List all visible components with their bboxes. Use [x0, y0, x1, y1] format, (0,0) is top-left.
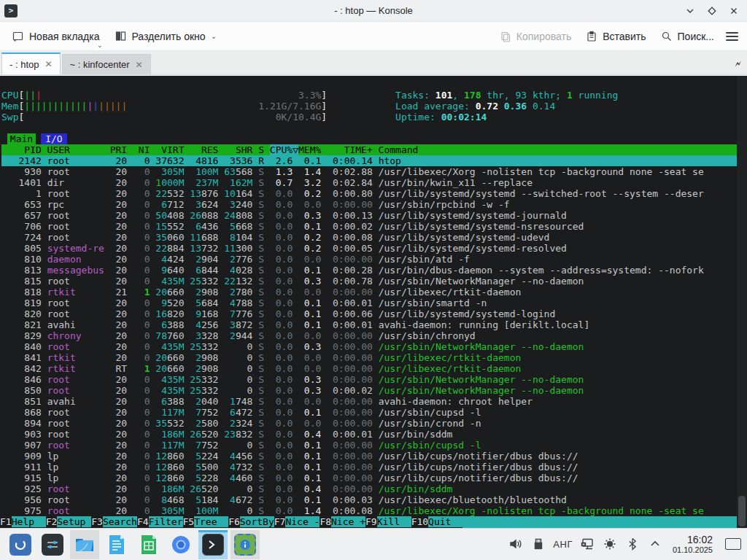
process-row[interactable]: 819 root 20 0 9520 5684 4788 S 0.0 0.1 0…: [1, 298, 737, 308]
htop-column-header[interactable]: PID USER PRI NI VIRT RES SHR S CPU%▽MEM%…: [1, 144, 737, 155]
process-row[interactable]: 2142 root 20 0 37632 4816 3536 R 2.6 0.1…: [1, 155, 737, 166]
process-row[interactable]: 842 rtkit RT 1 20660 2908 0 S 0.0 0.0 0:…: [1, 363, 737, 374]
kinfocenter-icon: [234, 534, 256, 556]
fkey-f10[interactable]: F10Quit: [411, 516, 462, 528]
htop-function-bar: F1Help F2Setup F3SearchF4FilterF5Tree F6…: [0, 516, 737, 528]
window-titlebar[interactable]: > - : htop — Konsole: [0, 0, 747, 22]
search-button[interactable]: Поиск...: [654, 22, 721, 50]
konsole-task-button[interactable]: [198, 530, 228, 559]
new-tab-label: Новая вкладка: [29, 31, 100, 42]
close-icon[interactable]: [728, 5, 740, 17]
blank-line: [1, 122, 737, 133]
window-title: - : htop — Konsole: [0, 5, 747, 16]
show-desktop-button[interactable]: [725, 538, 741, 550]
process-row[interactable]: 850 root 20 0 435M 25332 0 S 0.0 0.3 0:0…: [1, 385, 737, 396]
digital-clock[interactable]: 16:02 01.10.2025: [670, 534, 716, 555]
htop-terminal[interactable]: CPU[||| 3.3%] Tasks: 101, 178 thr, 93 kt…: [0, 76, 747, 528]
chevron-down-icon: ⌄: [97, 42, 103, 49]
fkey-f4[interactable]: F4Filter: [137, 516, 183, 528]
process-row[interactable]: 907 root 20 0 117M 7752 0 S 0.0 0.1 0:00…: [1, 440, 737, 451]
libreoffice-writer-button[interactable]: [102, 530, 131, 559]
libreoffice-calc-button[interactable]: [134, 530, 163, 559]
split-window-label: Разделить окно: [132, 31, 206, 42]
minimize-icon[interactable]: [684, 5, 696, 17]
paste-button[interactable]: Вставить: [578, 22, 653, 50]
copy-button[interactable]: Копировать: [492, 22, 578, 50]
fkey-f6[interactable]: F6SortBy: [228, 516, 274, 528]
htop-meter: Swp[ 0K/10.4G] Uptime: 00:02:14: [1, 112, 737, 122]
process-row[interactable]: 841 rtkit 20 0 20660 2908 0 S 0.0 0.0 0:…: [1, 352, 737, 363]
settings-sliders-icon: [42, 534, 63, 556]
fkey-f9[interactable]: F9Kill: [365, 516, 411, 528]
process-row[interactable]: 911 lp 20 0 12860 5500 4732 S 0.0 0.1 0:…: [1, 462, 737, 472]
process-row[interactable]: 821 avahi 20 0 6388 4256 3872 S 0.0 0.1 …: [1, 319, 737, 330]
volume-icon[interactable]: [508, 536, 524, 552]
network-icon[interactable]: [579, 536, 595, 552]
hamburger-menu-icon[interactable]: [726, 32, 738, 41]
process-row[interactable]: 706 root 20 0 15552 6436 5668 S 0.0 0.1 …: [1, 221, 737, 232]
chromium-icon: [170, 534, 192, 556]
taskbar-panel: АНГ 16:02 01.10.2025: [0, 528, 747, 560]
process-row[interactable]: 1 root 20 0 22532 13876 10164 S 0.0 0.2 …: [1, 188, 737, 199]
split-window-button[interactable]: Разделить окно ⌄: [107, 22, 225, 50]
sort-column-cpu[interactable]: CPU%▽: [270, 144, 298, 155]
process-row[interactable]: 829 chrony 20 0 78760 3328 2944 S 0.0 0.…: [1, 330, 737, 341]
search-label: Поиск...: [678, 31, 714, 42]
process-row[interactable]: 903 root 20 0 186M 26520 23832 S 0.0 0.4…: [1, 429, 737, 440]
process-row[interactable]: 930 root 20 0 305M 100M 63568 S 1.3 1.4 …: [1, 166, 737, 177]
fkey-f2[interactable]: F2Setup: [46, 516, 92, 528]
bluetooth-icon[interactable]: [624, 536, 640, 552]
fkey-f1[interactable]: F1Help: [0, 516, 46, 528]
process-row[interactable]: 724 root 20 0 35060 11688 8104 S 0.0 0.2…: [1, 232, 737, 243]
process-row[interactable]: 657 root 20 0 50408 26088 24808 S 0.0 0.…: [1, 210, 737, 221]
clock-date: 01.10.2025: [673, 545, 713, 555]
removable-device-icon[interactable]: [530, 536, 546, 552]
process-row[interactable]: 805 systemd-re 20 0 22884 13732 11300 S …: [1, 243, 737, 254]
tab-htop[interactable]: - : htop ✕: [1, 52, 61, 74]
process-row[interactable]: 956 root 20 0 8468 5184 4672 S 0.0 0.1 0…: [1, 494, 737, 505]
keyboard-layout-indicator[interactable]: АНГ: [553, 539, 573, 550]
process-row[interactable]: 851 avahi 20 0 6388 2040 1748 S 0.0 0.0 …: [1, 396, 737, 407]
fkey-f3[interactable]: F3Search: [91, 516, 137, 528]
process-row[interactable]: 813 messagebus 20 0 9640 6844 4028 S 0.0…: [1, 265, 737, 276]
bolt-icon[interactable]: 🗲: [735, 58, 741, 70]
process-row[interactable]: 820 root 20 0 16820 9168 7776 S 0.0 0.1 …: [1, 308, 737, 319]
fkey-f8[interactable]: F8Nice +: [320, 516, 365, 528]
fkey-f7[interactable]: F7Nice -: [274, 516, 320, 528]
process-row[interactable]: 818 rtkit 21 1 20660 2908 2780 S 0.0 0.0…: [1, 287, 737, 298]
process-row[interactable]: 840 root 20 0 435M 25332 0 S 0.0 0.3 0:0…: [1, 341, 737, 352]
process-row[interactable]: 868 root 20 0 117M 7752 6472 S 0.0 0.1 0…: [1, 407, 737, 418]
clock-time: 16:02: [673, 534, 713, 545]
process-row[interactable]: 925 root 20 0 186M 26520 0 S 0.0 0.4 0:0…: [1, 483, 737, 494]
process-row[interactable]: 915 lp 20 0 12860 5228 4460 S 0.0 0.1 0:…: [1, 472, 737, 483]
process-row[interactable]: 653 rpc 20 0 6712 3624 3240 S 0.0 0.0 0:…: [1, 199, 737, 210]
process-row[interactable]: 815 root 20 0 435M 25332 22132 S 0.0 0.3…: [1, 276, 737, 287]
terminal-scrollbar[interactable]: [737, 76, 747, 528]
process-row[interactable]: 846 root 20 0 435M 25332 0 S 0.0 0.3 0:0…: [1, 374, 737, 385]
scrollbar-thumb[interactable]: [738, 496, 746, 526]
system-settings-button[interactable]: [38, 530, 67, 559]
copy-label: Копировать: [516, 31, 571, 42]
application-launcher-button[interactable]: [6, 530, 35, 559]
htop-meter: CPU[||| 3.3%] Tasks: 101, 178 thr, 93 kt…: [1, 90, 737, 101]
night-color-icon[interactable]: [602, 536, 618, 552]
expand-tray-icon[interactable]: [647, 536, 663, 552]
screen-tab-main[interactable]: Main: [7, 133, 36, 144]
maximize-icon[interactable]: [706, 5, 718, 17]
tab-kinfocenter[interactable]: ~ : kinfocenter ✕: [62, 54, 151, 74]
kinfocenter-task-button[interactable]: [231, 530, 260, 559]
process-row[interactable]: 810 daemon 20 0 4424 2904 2776 S 0.0 0.0…: [1, 254, 737, 265]
process-row[interactable]: 909 lp 20 0 12860 5224 4456 S 0.0 0.1 0:…: [1, 451, 737, 462]
process-row[interactable]: 975 root 20 0 305M 100M 0 S 0.0 1.4 0:00…: [1, 505, 737, 516]
process-row[interactable]: 1401 dir 20 0 1000M 237M 162M S 0.7 3.2 …: [1, 177, 737, 188]
fkey-f5[interactable]: F5Tree: [183, 516, 229, 528]
konsole-toolbar: Новая вкладка ⌄ Разделить окно ⌄ Копиров…: [0, 22, 747, 51]
chromium-browser-button[interactable]: [166, 530, 196, 559]
close-tab-icon[interactable]: ✕: [136, 60, 143, 70]
dolphin-file-manager-button[interactable]: [70, 530, 99, 559]
new-tab-button[interactable]: Новая вкладка ⌄: [4, 22, 107, 50]
screen-tab-io[interactable]: I/O: [41, 133, 66, 144]
close-tab-icon[interactable]: ✕: [44, 59, 52, 69]
process-row[interactable]: 894 root 20 0 35532 2580 2324 S 0.0 0.0 …: [1, 418, 737, 429]
paste-label: Вставить: [603, 31, 646, 42]
